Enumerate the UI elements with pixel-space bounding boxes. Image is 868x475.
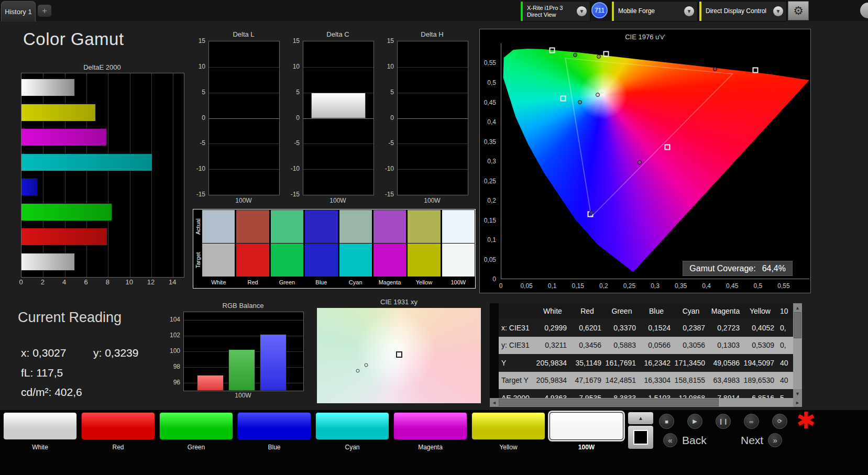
swatch-actual xyxy=(305,210,337,243)
swatch-target xyxy=(373,244,406,277)
target-marker-yellow xyxy=(603,51,609,57)
meter-count-badge[interactable]: 711 xyxy=(591,2,608,18)
gridline xyxy=(303,169,373,170)
delta-h-ylabels: 151050-5-10-15 xyxy=(381,41,395,194)
table-cell: 161,7691 xyxy=(605,359,639,367)
reading-y-value: 0,3239 xyxy=(105,347,138,359)
x-tick-label: 0,1 xyxy=(548,282,557,290)
continuous-button[interactable]: ∞ xyxy=(744,414,759,429)
table-cell: 47,1679 xyxy=(570,376,605,384)
refresh-button[interactable]: ⟳ xyxy=(772,414,787,429)
swatch-actual xyxy=(202,210,235,243)
swatch-column-blue: Blue xyxy=(305,210,337,288)
collapse-button[interactable]: ▲ xyxy=(628,412,653,424)
table-cell: 171,3450 xyxy=(674,359,708,367)
add-tab-button[interactable]: + xyxy=(38,5,51,17)
table-row[interactable]: Y205,983435,1149161,769116,2342171,34504… xyxy=(499,354,793,372)
patch-button-yellow[interactable]: Yellow xyxy=(471,412,545,451)
table-cell: 0,3056 xyxy=(674,341,708,349)
cie1976-title: CIE 1976 u'v' xyxy=(480,33,810,41)
vertical-scroll-thumb[interactable] xyxy=(794,312,801,338)
delta-c-xlabel: 100W xyxy=(303,197,373,204)
table-cell: 8,3833 xyxy=(605,394,639,398)
table-cell: 0,5883 xyxy=(605,341,639,349)
swatch-label: Magenta xyxy=(373,278,406,287)
target-marker-white xyxy=(396,351,402,358)
reading-y-label: y: xyxy=(93,347,102,359)
swatch-column-green: Green xyxy=(271,210,303,288)
y-tick-label: 0,55 xyxy=(484,59,496,67)
table-horizontal-scrollbar[interactable]: ◄ ► xyxy=(490,398,802,407)
scroll-down-icon[interactable]: ▼ xyxy=(793,389,802,398)
table-row[interactable]: Target Y205,983447,1679142,485116,330415… xyxy=(499,372,793,390)
chevron-down-icon[interactable]: ▼ xyxy=(773,6,783,16)
delta-h-xlabel: 100W xyxy=(397,197,467,204)
table-row[interactable]: y: CIE310,32110,34560,58830,05660,30560,… xyxy=(499,337,793,355)
stop-icon: ■ xyxy=(665,418,668,425)
delta-l-chart: Delta L 151050-5-10-15 100W xyxy=(193,30,280,208)
patch-button-cyan[interactable]: Cyan xyxy=(315,412,389,451)
top-bar: History 1 + X-Rite i1Pro 3 Direct View ▼… xyxy=(0,0,868,21)
next-button[interactable]: Next » xyxy=(741,433,782,447)
patch-window-button[interactable] xyxy=(628,426,653,449)
deltae-chart-title: DeltaE 2000 xyxy=(21,63,183,71)
stop-button[interactable]: ■ xyxy=(659,414,674,429)
table-cell: 4,9363 xyxy=(535,394,570,398)
table-grid: WhiteRedGreenBlueCyanMagentaYellow10x: C… xyxy=(499,303,793,398)
patch-button-blue[interactable]: Blue xyxy=(237,412,311,451)
rgb-balance-plot xyxy=(183,312,304,391)
table-row-label: ΔE 2000 xyxy=(499,394,535,398)
meter-dropdown[interactable]: X-Rite i1Pro 3 Direct View ▼ xyxy=(520,1,590,21)
patch-button-100w[interactable]: 100W xyxy=(550,412,623,451)
x-tick-label: 0,4 xyxy=(702,282,711,290)
table-vertical-scrollbar[interactable]: ▲ ▼ xyxy=(793,303,802,398)
measured-marker-magenta xyxy=(638,160,642,164)
target-marker-cyan xyxy=(560,95,566,101)
patch-swatch xyxy=(471,412,545,440)
chevron-down-icon[interactable]: ▼ xyxy=(577,6,587,16)
patch-button-red[interactable]: Red xyxy=(81,412,155,451)
measuring-indicator[interactable]: ✱ xyxy=(796,407,816,434)
horizontal-scroll-thumb[interactable] xyxy=(499,399,719,406)
y-tick-label: 10 xyxy=(199,63,205,70)
settings-button[interactable]: ⚙ xyxy=(788,1,809,20)
table-header-cell: Blue xyxy=(639,307,674,315)
table-row[interactable]: ΔE 20004,93637,95358,38331,510312,08687,… xyxy=(499,389,793,398)
swatch-actual xyxy=(339,210,372,243)
play-button[interactable]: ▶ xyxy=(687,414,702,429)
help-button[interactable] xyxy=(860,3,868,18)
table-row[interactable]: x: CIE310,29990,62010,33700,15240,23870,… xyxy=(499,319,793,337)
source-dropdown[interactable]: Mobile Forge ▼ xyxy=(611,1,698,21)
chevron-down-icon[interactable]: ▼ xyxy=(684,6,694,16)
x-tick-label: 6 xyxy=(84,278,87,286)
measured-marker xyxy=(364,363,368,367)
swatch-column-white: White xyxy=(202,210,235,288)
pause-button[interactable]: ❙❙ xyxy=(716,414,731,429)
gridline xyxy=(398,118,468,119)
y-tick-label: 15 xyxy=(293,37,300,45)
y-tick-label: 0,4 xyxy=(487,118,496,126)
table-header-cell: 10 xyxy=(777,307,793,315)
display-control-dropdown[interactable]: Direct Display Control ▼ xyxy=(699,1,787,21)
y-tick-label: -5 xyxy=(200,139,205,147)
cie1931-title: CIE 1931 xy xyxy=(317,298,481,306)
actual-row-label: Actual xyxy=(193,210,202,243)
rgb-balance-title: RGB Balance xyxy=(183,302,303,310)
patch-label: 100W xyxy=(550,444,623,451)
x-tick-label: 0,3 xyxy=(651,282,660,290)
scroll-up-icon[interactable]: ▲ xyxy=(793,303,802,312)
history-tab[interactable]: History 1 xyxy=(1,1,36,21)
gridline xyxy=(151,73,152,277)
back-button[interactable]: « Back xyxy=(663,433,707,447)
scroll-right-icon[interactable]: ► xyxy=(793,398,802,407)
page-title: Color Gamut xyxy=(23,29,124,49)
y-tick-label: 0,25 xyxy=(484,178,496,185)
scroll-left-icon[interactable]: ◄ xyxy=(490,398,499,407)
table-cell: 0,4052 xyxy=(743,324,777,332)
meter-name: X-Rite i1Pro 3 xyxy=(527,5,574,12)
y-tick-label: -10 xyxy=(291,165,300,172)
patch-button-white[interactable]: White xyxy=(3,412,77,451)
patch-button-green[interactable]: Green xyxy=(159,412,233,451)
up-arrow-icon: ▲ xyxy=(638,415,643,421)
patch-button-magenta[interactable]: Magenta xyxy=(393,412,467,451)
